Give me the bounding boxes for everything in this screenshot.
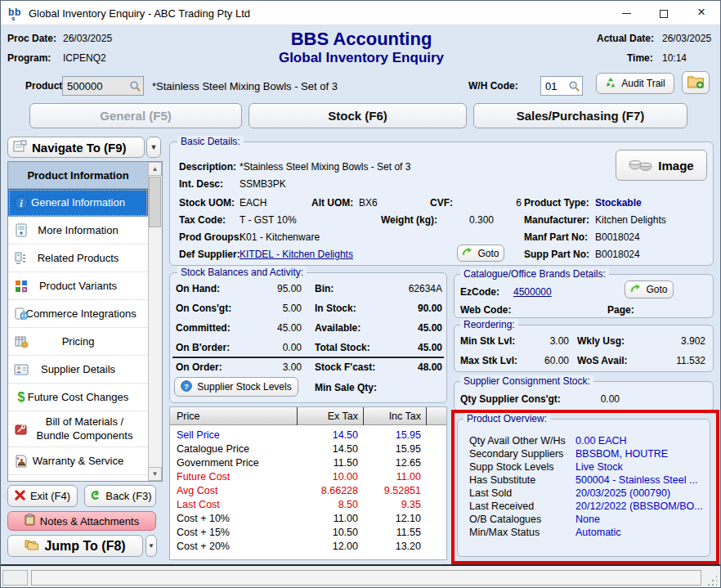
inctax-col-header[interactable]: Inc Tax xyxy=(364,411,421,422)
product-search-icon[interactable] xyxy=(127,78,143,94)
price-row-inc: 9.52851 xyxy=(364,485,421,496)
product-overview-title: Product Overview: xyxy=(464,413,550,424)
scroll-up-icon[interactable]: ▲ xyxy=(148,162,162,176)
wkly-usg-value: 3.902 xyxy=(655,335,705,347)
navigate-to-label: Navigate To (F9) xyxy=(32,141,127,155)
sidebar-item-more-information[interactable]: More Information xyxy=(8,217,148,245)
sidebar-item-warranty-service[interactable]: Warranty & Service xyxy=(8,447,148,475)
jump-to-button[interactable]: Jump To (F8) xyxy=(7,535,143,557)
scrollbar-thumb[interactable] xyxy=(149,177,161,227)
price-row-ex: 11.50 xyxy=(298,457,358,469)
add-folder-button[interactable] xyxy=(682,71,710,94)
available-value: 45.00 xyxy=(385,322,442,334)
ezcode-link[interactable]: 4500000 xyxy=(513,286,552,298)
overview-label: Has Substitute xyxy=(469,474,535,486)
stock-fcast-value: 48.00 xyxy=(385,361,442,373)
price-row-inc: 12.10 xyxy=(364,513,421,524)
back-button[interactable]: Back (F3) xyxy=(84,485,156,507)
overview-value: None xyxy=(575,514,600,525)
notes-attachments-button[interactable]: Notes & Attachments xyxy=(7,511,156,531)
sidebar-item-bill-of-materials[interactable]: Bill of Materials / Bundle Components xyxy=(8,411,148,447)
alt-uom-value: BX6 xyxy=(359,197,378,209)
wh-search-icon[interactable] xyxy=(566,78,582,94)
price-row-label: Future Cost xyxy=(177,471,230,483)
exit-button[interactable]: Exit (F4) xyxy=(7,485,78,507)
weight-label: Weight (kg): xyxy=(381,214,437,226)
on-order-label: On Order: xyxy=(176,361,222,373)
supplier-stock-levels-button[interactable]: ? Supplier Stock Levels xyxy=(174,377,298,397)
stock-uom-value: EACH xyxy=(240,197,266,209)
product-input[interactable]: 500000 xyxy=(62,76,144,96)
cvf-label: CVF: xyxy=(430,197,453,209)
actual-date-value: 26/03/2025 xyxy=(662,33,711,44)
price-col-header[interactable]: Price xyxy=(177,411,199,422)
status-bar xyxy=(1,567,720,588)
navigate-dropdown-arrow[interactable]: ▼ xyxy=(146,137,161,158)
wkly-usg-label: Wkly Usg: xyxy=(577,335,625,347)
on-consgt-label: On Cons'gt: xyxy=(176,303,231,314)
related-list-icon xyxy=(12,250,30,267)
on-border-value: 0.00 xyxy=(244,342,302,353)
qty-consgt-label: Qty Supplier Cons'gt: xyxy=(460,393,561,405)
proc-date-label: Proc Date: xyxy=(7,33,56,44)
exit-x-icon xyxy=(15,490,25,503)
sidebar-item-future-cost-changes[interactable]: $ Future Cost Changes xyxy=(8,384,148,411)
info-icon: i xyxy=(12,195,30,211)
variants-grid-icon xyxy=(12,278,30,294)
price-row-ex: 8.66228 xyxy=(298,485,358,496)
resize-grip[interactable] xyxy=(706,576,717,586)
image-button[interactable]: Image xyxy=(616,150,707,181)
status-cell xyxy=(2,570,28,586)
price-row-label: Government Price xyxy=(177,457,259,469)
supplier-goto-button[interactable]: Goto xyxy=(457,245,504,262)
reordering-title: Reordering: xyxy=(460,319,518,330)
price-row-ex: 14.50 xyxy=(298,429,358,441)
product-type-value: Stockable xyxy=(595,197,642,209)
global-inventory-enquiry-window: b b s Global Inventory Enquiry - ABC Tra… xyxy=(0,0,721,588)
status-message-panel xyxy=(31,570,701,586)
navigate-to-button[interactable]: Navigate To (F9) xyxy=(7,137,145,158)
sidebar-item-ecommerce-integrations[interactable]: eCommerce Integrations xyxy=(8,300,148,328)
question-icon: ? xyxy=(181,380,192,394)
tab-sales-purchasing[interactable]: Sales/Purchasing (F7) xyxy=(473,103,687,128)
sidebar-item-supplier-details[interactable]: Supplier Details xyxy=(8,356,148,384)
product-thumbnail-icon xyxy=(629,157,653,174)
jump-dropdown-arrow[interactable]: ▼ xyxy=(146,535,157,557)
navigate-icon xyxy=(13,140,27,155)
ezcode-goto-button[interactable]: Goto xyxy=(625,281,674,298)
sidebar-item-general-information[interactable]: i General Information xyxy=(8,189,148,217)
overview-value: Live Stock xyxy=(575,461,623,473)
def-supplier-link[interactable]: KITDEL - Kitchen Delights xyxy=(240,249,353,260)
product-description: *Stainless Steel Mixing Bowls - Set of 3 xyxy=(152,80,338,92)
web-code-label: Web Code: xyxy=(460,304,511,316)
int-desc-value: SSMB3PK xyxy=(240,178,286,190)
sidebar-item-product-variants[interactable]: Product Variants xyxy=(8,272,148,300)
maximize-button[interactable] xyxy=(645,1,683,25)
pricing-table-icon xyxy=(12,334,30,350)
prod-groups-value: K01 - Kitchenware xyxy=(240,231,320,243)
tab-general[interactable]: General (F5) xyxy=(29,103,242,128)
audit-trail-label: Audit Trail xyxy=(621,78,665,89)
wh-code-input[interactable]: 01 xyxy=(540,76,583,96)
svg-text:?: ? xyxy=(184,381,189,390)
sidebar-item-pricing[interactable]: Pricing xyxy=(8,328,148,356)
scroll-down-icon[interactable]: ▼ xyxy=(148,467,162,481)
close-icon[interactable]: × xyxy=(683,1,720,25)
wos-avail-value: 11.532 xyxy=(655,355,705,366)
price-row-ex: 14.50 xyxy=(298,443,358,455)
ezcode-label: EzCode: xyxy=(460,286,499,298)
audit-trail-button[interactable]: Audit Trail xyxy=(596,73,674,94)
tab-stock[interactable]: Stock (F6) xyxy=(249,103,467,128)
goto-arrow-icon xyxy=(630,284,641,296)
manufacturer-label: Manufacturer: xyxy=(524,214,589,226)
on-hand-value: 95.00 xyxy=(244,283,302,294)
total-stock-value: 45.00 xyxy=(385,342,442,353)
minimize-button[interactable] xyxy=(607,1,645,25)
overview-label: Min/Max Status xyxy=(469,527,540,538)
app-subtitle: Global Inventory Enquiry xyxy=(198,50,525,66)
extax-col-header[interactable]: Ex Tax xyxy=(298,411,358,422)
basic-details-title: Basic Details: xyxy=(177,136,244,147)
price-row-ex: 12.00 xyxy=(298,541,358,552)
sidebar-item-related-products[interactable]: Related Products xyxy=(8,245,148,272)
overview-label: Last Received xyxy=(469,500,534,512)
